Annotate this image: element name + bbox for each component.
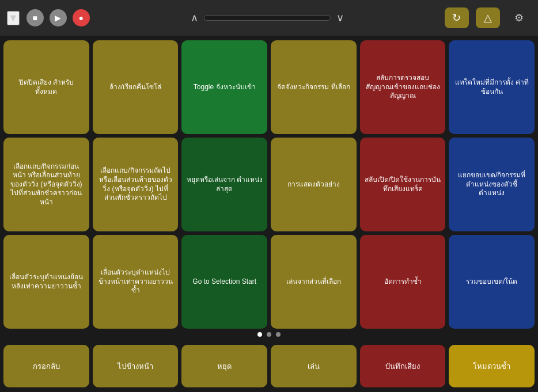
grid-row-0: ปิดปิดเสียง สำหรับทั้งหมดล้าง/เรียกคืนโซ… (3, 40, 535, 134)
grid-row-2: เลื่อนตัวระบุตำแหน่งย้อนหลังเท่าความยาวว… (3, 235, 535, 329)
page-dot-2[interactable] (267, 332, 271, 337)
metro-button[interactable]: △ (476, 7, 500, 28)
grid-cell-1-4[interactable]: สลับเปิด/ปิดใช้งานการบันทึกเสียงแทร็ค (360, 138, 446, 231)
record-button[interactable]: ● (73, 9, 90, 26)
nav-prev-button[interactable]: ∧ (188, 12, 200, 24)
bottom-bar: กรอกลับไปข้างหน้าหยุดเล่นบันทึกเสียงโหมด… (0, 341, 538, 392)
nav-next-button[interactable]: ∨ (334, 12, 346, 24)
grid-row-1: เลือกแถบ/กิจกรรมก่อนหน้า หรือเลื่อนส่วนท… (3, 138, 535, 231)
grid-cell-2-4[interactable]: อัดการทำซ้ำ (360, 235, 446, 329)
grid-cell-2-0[interactable]: เลื่อนตัวระบุตำแหน่งย้อนหลังเท่าความยาวว… (3, 235, 89, 329)
settings-button[interactable]: ⚙ (507, 7, 531, 28)
bottom-cell-1[interactable]: ไปข้างหน้า (93, 345, 179, 387)
center-display (204, 15, 331, 21)
grid-cell-1-1[interactable]: เลือกแถบ/กิจกรรมถัดไป หรือเลื่อนส่วนท้าย… (93, 138, 179, 231)
grid-cell-2-1[interactable]: เลื่อนตัวระบุตำแหน่งไปข้างหน้าเท่าความยา… (93, 235, 179, 329)
loop-button[interactable]: ↻ (445, 7, 469, 28)
grid-cell-0-4[interactable]: สลับการตรวจสอบสัญญาณเข้าของแถบช่องสัญญาณ (360, 40, 446, 134)
top-bar: ▼ ■ ▶ ● ∧ ∨ ↻ △ ⚙ (0, 0, 538, 36)
play-button[interactable]: ▶ (50, 9, 67, 26)
top-bar-left: ▼ ■ ▶ ● (7, 9, 90, 26)
bottom-cell-0[interactable]: กรอกลับ (3, 345, 89, 387)
grid-cell-2-5[interactable]: รวมขอบเขต/โน้ต (449, 235, 535, 329)
grid-rows: ปิดปิดเสียง สำหรับทั้งหมดล้าง/เรียกคืนโซ… (3, 40, 535, 329)
grid-cell-0-5[interactable]: แทร็คใหม่ที่มีการตั้ง ค่าที่ซ้อนกัน (449, 40, 535, 134)
top-bar-right: ↻ △ ⚙ (445, 7, 531, 28)
stop-button[interactable]: ■ (26, 9, 44, 26)
page-dot-3[interactable] (276, 332, 281, 337)
center-nav: ∧ ∨ (188, 12, 346, 24)
grid-cell-1-0[interactable]: เลือกแถบ/กิจกรรมก่อนหน้า หรือเลื่อนส่วนท… (3, 138, 89, 231)
grid-cell-1-3[interactable]: การแสดงตัวอย่าง (271, 138, 357, 231)
bottom-cell-5[interactable]: โหมดวนซ้ำ (449, 345, 535, 387)
pagination (3, 329, 535, 339)
dropdown-arrow[interactable]: ▼ (7, 11, 20, 25)
grid-cell-0-2[interactable]: Toggle จังหวะนับเข้า (181, 40, 267, 134)
grid-cell-1-2[interactable]: หยุดหรือเล่นจาก ตำแหน่งล่าสุด (181, 138, 267, 231)
grid-area: ปิดปิดเสียง สำหรับทั้งหมดล้าง/เรียกคืนโซ… (0, 36, 538, 341)
grid-cell-0-0[interactable]: ปิดปิดเสียง สำหรับทั้งหมด (3, 40, 89, 134)
grid-cell-0-3[interactable]: จัดจังหวะกิจกรรม ที่เลือก (271, 40, 357, 134)
transport-controls: ■ ▶ ● (26, 9, 90, 26)
grid-cell-2-2[interactable]: Go to Selection Start (181, 235, 267, 329)
bottom-cell-3[interactable]: เล่น (271, 345, 357, 387)
bottom-cell-4[interactable]: บันทึกเสียง (360, 345, 446, 387)
grid-cell-1-5[interactable]: แยกขอบเขต/กิจกรรมที่ตำแหน่งของตัวชี้ตำแห… (449, 138, 535, 231)
grid-cell-2-3[interactable]: เล่นจากส่วนที่เลือก (271, 235, 357, 329)
grid-cell-0-1[interactable]: ล้าง/เรียกคืนโซโล่ (93, 40, 179, 134)
page-dot-1[interactable] (257, 332, 262, 337)
bottom-cell-2[interactable]: หยุด (181, 345, 267, 387)
